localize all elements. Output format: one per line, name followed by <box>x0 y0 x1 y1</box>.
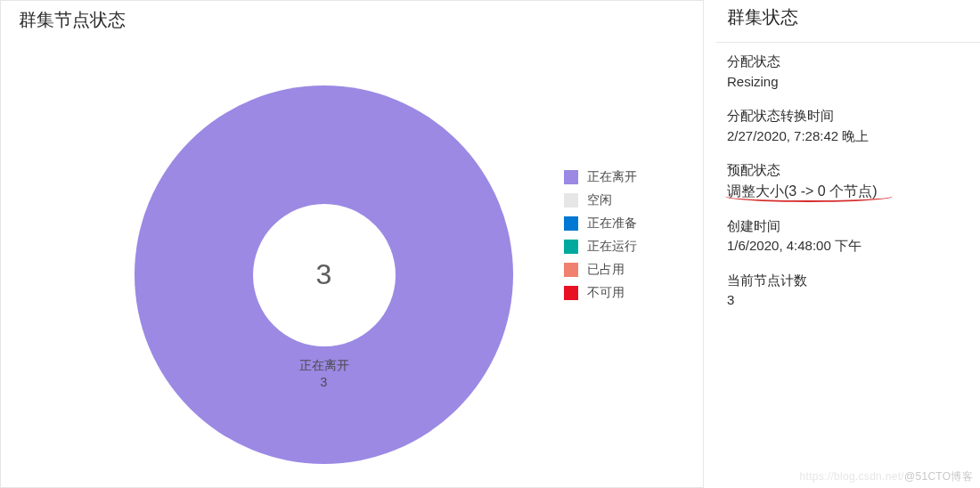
kv-allocation-transition-time: 分配状态转换时间 2/27/2020, 7:28:42 晚上 <box>727 106 968 146</box>
kv-key: 分配状态 <box>727 52 968 72</box>
kv-value: 3 <box>727 290 968 311</box>
legend-item[interactable]: 正在准备 <box>564 212 637 235</box>
kv-value: 1/6/2020, 4:48:00 下午 <box>727 236 968 256</box>
kv-key: 预配状态 <box>727 160 968 181</box>
legend-swatch-icon <box>564 193 578 207</box>
kv-value: 2/27/2020, 7:28:42 晚上 <box>727 126 968 147</box>
legend-item[interactable]: 不可用 <box>564 281 637 305</box>
cluster-status-title: 群集状态 <box>727 5 968 33</box>
legend-item[interactable]: 已占用 <box>564 258 637 281</box>
legend-swatch-icon <box>564 286 578 300</box>
kv-key: 分配状态转换时间 <box>727 106 968 126</box>
cluster-node-status-title: 群集节点状态 <box>19 8 685 32</box>
kv-created-time: 创建时间 1/6/2020, 4:48:00 下午 <box>727 216 968 256</box>
kv-value: Resizing <box>727 72 968 93</box>
legend-label: 正在离开 <box>587 169 637 185</box>
legend-label: 已占用 <box>587 262 625 278</box>
legend-swatch-icon <box>564 263 578 277</box>
donut: 3 正在离开 3 <box>135 85 513 464</box>
donut-center-value: 3 <box>316 258 332 291</box>
kv-current-node-count: 当前节点计数 3 <box>727 271 968 311</box>
legend-swatch-icon <box>564 240 578 254</box>
kv-key: 当前节点计数 <box>727 271 968 291</box>
legend-label: 正在准备 <box>587 216 637 232</box>
divider <box>716 42 980 43</box>
legend-swatch-icon <box>564 216 578 231</box>
cluster-node-status-panel: 群集节点状态 3 正在离开 3 正在离开 空闲 <box>0 0 704 488</box>
legend-swatch-icon <box>564 170 578 184</box>
legend-label: 空闲 <box>587 192 612 208</box>
legend: 正在离开 空闲 正在准备 正在运行 已占用 <box>564 166 637 305</box>
kv-key: 创建时间 <box>727 216 968 237</box>
cluster-status-panel: 群集状态 分配状态 Resizing 分配状态转换时间 2/27/2020, 7… <box>716 0 980 488</box>
status-list: 分配状态 Resizing 分配状态转换时间 2/27/2020, 7:28:4… <box>727 52 968 311</box>
kv-provisioning-state: 预配状态 调整大小(3 -> 0 个节点) <box>727 160 968 202</box>
donut-hole: 3 <box>253 204 396 346</box>
legend-label: 不可用 <box>587 285 625 301</box>
kv-value-annotated: 调整大小(3 -> 0 个节点) <box>727 183 877 199</box>
legend-label: 正在运行 <box>587 239 637 255</box>
legend-item[interactable]: 正在运行 <box>564 235 637 258</box>
legend-item[interactable]: 空闲 <box>564 189 637 212</box>
legend-item[interactable]: 正在离开 <box>564 166 637 189</box>
donut-chart: 3 正在离开 3 正在离开 空闲 正在准备 <box>19 68 685 488</box>
kv-allocation-state: 分配状态 Resizing <box>727 52 968 92</box>
